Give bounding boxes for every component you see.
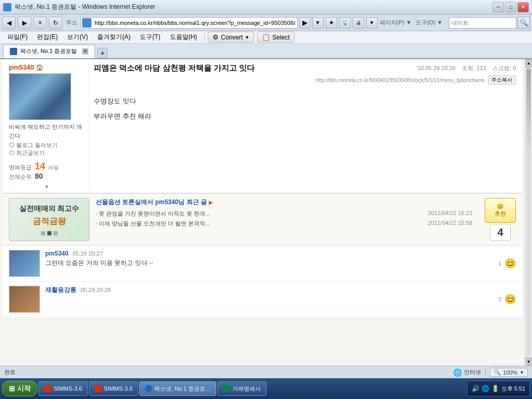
recent-post-0[interactable]: · 풋 관점을 가진 풋맨이면서 아직도 풋 한개... 2011/04/22 … <box>96 210 472 218</box>
post-url: http://bbs.moneta.co.kr/N00401/9503508/s… <box>316 77 485 83</box>
zoom-value: 100% <box>503 369 517 376</box>
author-bio: 비싸게 매도하고 만기까지 개긴다 <box>9 123 85 140</box>
comment-text-0: 그런데 요즘은 거의 미용 못하고 잇다 ↵ <box>45 259 493 268</box>
recent-link-prefix: ◎ <box>9 150 16 156</box>
taskbar-item-2[interactable]: 팍스넷, No.1 증권포... <box>139 381 216 396</box>
convert-button[interactable]: ⚙ Convert ▼ <box>208 32 254 43</box>
comment-num-0: 1 <box>498 260 501 267</box>
menu-help[interactable]: 도움말(H) <box>166 32 202 43</box>
recent-link[interactable]: ◎ 최근글보기 <box>9 149 85 157</box>
restore-button[interactable]: □ <box>505 2 516 12</box>
taskbar-item-1[interactable]: SIMMS-3.6 <box>89 381 138 396</box>
forward-button[interactable]: ▶ <box>18 17 31 29</box>
rss-button[interactable]: 📡 <box>339 17 351 29</box>
menu-view[interactable]: 보기(V) <box>63 32 92 43</box>
comment-date-0: 05.29 20:27 <box>73 250 103 257</box>
minimize-button[interactable]: ─ <box>493 2 504 12</box>
zoom-control[interactable]: 🔍 100% ▼ <box>490 368 528 377</box>
scroll-down-indicator[interactable]: ▼ <box>9 184 85 190</box>
post-meta: '10.05.29 20:26 조회: 213 스크랩: 0 <box>416 64 516 72</box>
select-label: Select <box>272 34 289 41</box>
status-text: 완료 <box>4 368 16 376</box>
comment-avatar-0 <box>9 250 40 277</box>
recommend-emoji: 😊 <box>497 203 504 210</box>
menu-edit[interactable]: 편집(E) <box>33 32 62 43</box>
select-icon: 📋 <box>262 33 270 41</box>
page-dropdown-button[interactable]: ▼ <box>366 17 378 29</box>
rank-sub2-label: 전체순위 <box>9 173 32 181</box>
comment-0: pm5340 05.29 20:27 그런데 요즘은 거의 미용 못하고 잇다 … <box>3 246 522 282</box>
comment-1: 재활용강통 05.29 20:28 3 😊 <box>3 282 522 317</box>
tab-close-0[interactable]: ✕ <box>82 48 88 55</box>
back-button[interactable]: ◀ <box>2 17 16 29</box>
post-main: pm5340 🏠 비싸게 매도하고 만기까지 개긴다 ◎ 블로그 둘러보기 ◎ … <box>3 59 522 193</box>
tab-label-0: 팍스넷, No.1 증권포털 <box>20 47 77 55</box>
print-button[interactable]: 🖨 <box>353 17 364 29</box>
blog-link[interactable]: ◎ 블로그 둘러보기 <box>9 141 85 149</box>
recent-post-1[interactable]: · 이제 양님들 선물 오천개만 더 팔면 본격적... 2011/04/22 … <box>96 220 472 228</box>
author-name[interactable]: pm5340 <box>9 63 34 71</box>
address-input[interactable] <box>92 18 297 28</box>
taskbar-trade-icon <box>223 385 230 392</box>
tab-bar: 팍스넷, No.1 증권포털 ✕ + <box>0 44 532 59</box>
comment-date-1: 05.29 20:28 <box>81 287 111 293</box>
taskbar-tray: 🔊 🌐 🔋 오후 5:51 <box>467 381 530 396</box>
convert-icon: ⚙ <box>212 33 219 41</box>
window-title: 팍스넷, No.1 증권포털 - Windows Internet Explor… <box>15 3 155 11</box>
address-go-button[interactable]: ▶ <box>299 17 311 29</box>
windows-icon: ⊞ <box>9 384 15 393</box>
stop-button[interactable]: ✕ <box>33 17 47 29</box>
menu-tools[interactable]: 도구(T) <box>136 32 164 43</box>
vertical-scrollbar[interactable]: ▲ ▼ <box>525 59 532 366</box>
comment-body-0: pm5340 05.29 20:27 그런데 요즘은 거의 미용 못하고 잇다 … <box>45 250 493 277</box>
comments-section: pm5340 05.29 20:27 그런데 요즘은 거의 미용 못하고 잇다 … <box>3 246 522 317</box>
title-bar-buttons: ─ □ ✕ <box>493 2 529 12</box>
zoom-icon: 🔍 <box>494 369 501 376</box>
favorites-button[interactable]: ★ <box>326 17 337 29</box>
recent-posts-title: 선물옵션 토론실에서 pm5340님 최근 글 <box>96 198 207 207</box>
search-button[interactable]: 🔍 <box>517 17 530 29</box>
comment-author-0[interactable]: pm5340 <box>45 250 69 257</box>
copy-addr-button[interactable]: 주소복사 <box>488 75 516 85</box>
recommend-area: 😊 추천 4 <box>485 198 516 241</box>
menu-favorites[interactable]: 즐겨찾기(A) <box>93 32 135 43</box>
post-content: 피엠은 덕소에 마담 삼천평 저택을 가지고 잇다 '10.05.29 20:2… <box>94 63 516 190</box>
comment-emoji-0: 😊 <box>504 258 516 269</box>
ad-box: 실전매매의 최고수 금적금왕 <box>9 198 89 241</box>
blog-link-prefix: ◎ <box>9 142 16 148</box>
address-dropdown-button[interactable]: ▼ <box>312 17 324 29</box>
page-content: pm5340 🏠 비싸게 매도하고 만기까지 개긴다 ◎ 블로그 둘러보기 ◎ … <box>0 59 525 366</box>
scroll-thumb[interactable] <box>526 69 531 356</box>
comment-author-1[interactable]: 재활용강통 <box>45 286 76 295</box>
recent-posts-list: 선물옵션 토론실에서 pm5340님 최근 글 ▶ · 풋 관점을 가진 풋맨이… <box>96 198 472 228</box>
internet-badge: 🌐 인터넷 <box>453 368 481 377</box>
start-button[interactable]: ⊞ 시작 <box>2 381 37 396</box>
author-sidebar: pm5340 🏠 비싸게 매도하고 만기까지 개긴다 ◎ 블로그 둘러보기 ◎ … <box>9 63 89 190</box>
status-bar: 완료 🌐 인터넷 🔍 100% ▼ <box>0 366 532 378</box>
tab-0[interactable]: 팍스넷, No.1 증권포털 ✕ <box>3 45 95 58</box>
menu-file[interactable]: 파일(F) <box>3 32 32 43</box>
taskbar-simms-icon-0 <box>44 385 51 392</box>
tray-icon-1: 🔊 <box>472 385 480 392</box>
recommend-button[interactable]: 😊 추천 <box>485 198 516 223</box>
search-input[interactable] <box>449 17 516 29</box>
author-avatar <box>9 73 71 120</box>
close-button[interactable]: ✕ <box>517 2 529 12</box>
scroll-down-button[interactable]: ▼ <box>525 357 532 366</box>
recent-posts-arrow: ▶ <box>209 200 213 205</box>
refresh-button[interactable]: ↻ <box>49 17 62 29</box>
scroll-up-button[interactable]: ▲ <box>525 59 532 68</box>
taskbar-item-0[interactable]: SIMMS-3.6 <box>38 381 88 396</box>
status-separator <box>485 369 486 376</box>
taskbar-item-3[interactable]: 거래명세서 <box>217 381 267 396</box>
dot-2 <box>47 231 51 235</box>
globe-icon: 🌐 <box>453 368 462 377</box>
tab-favicon-0 <box>10 48 17 55</box>
address-bar: ◀ ▶ ✕ ↻ 주소 ▶ ▼ ★ 📡 🖨 ▼ 페이지(P) ▼ 도구(O) ▼ … <box>0 15 532 31</box>
new-tab-button[interactable]: + <box>97 48 108 58</box>
recent-posts-section: 실전매매의 최고수 금적금왕 선물옵션 토론실에서 pm5340님 최근 글 ▶ <box>3 193 522 246</box>
menu-bar: 파일(F) 편집(E) 보기(V) 즐겨찾기(A) 도구(T) 도움말(H) ⚙… <box>0 31 532 44</box>
title-bar: 팍스넷, No.1 증권포털 - Windows Internet Explor… <box>0 0 532 15</box>
select-button[interactable]: 📋 Select <box>257 32 294 43</box>
internet-label: 인터넷 <box>464 368 481 376</box>
